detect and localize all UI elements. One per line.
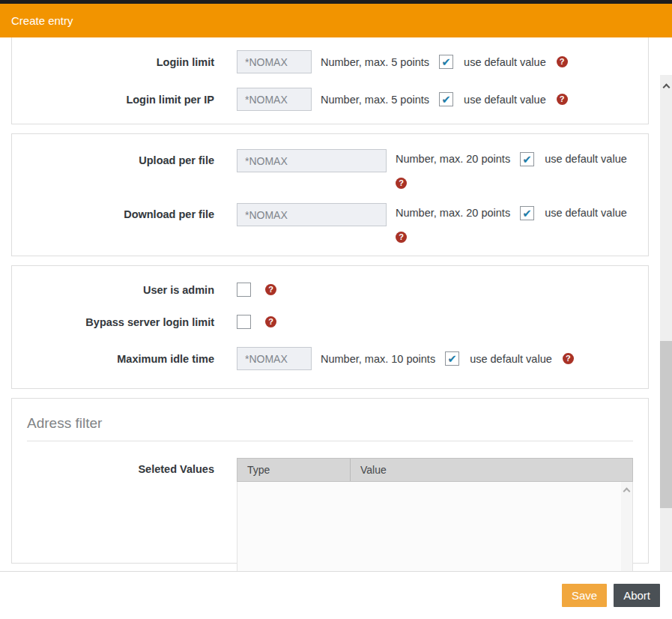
- help-icon[interactable]: ?: [557, 56, 568, 67]
- checkbox-label: use default value: [545, 207, 627, 219]
- abort-button[interactable]: Abort: [614, 584, 660, 607]
- use-default-checkbox[interactable]: ✔: [439, 92, 453, 106]
- field-controls: Number, max. 20 points ✔ use default val…: [387, 149, 627, 189]
- help-icon[interactable]: ?: [265, 316, 276, 327]
- use-default-checkbox[interactable]: ✔: [439, 55, 453, 69]
- form-row-login-limit-per-ip: Login limit per IP Number, max. 5 points…: [12, 88, 648, 111]
- scrollbar-thumb[interactable]: [660, 341, 672, 508]
- help-icon[interactable]: ?: [265, 284, 276, 295]
- modal-scrollbar[interactable]: [660, 75, 672, 571]
- form-row-bypass-login-limit: Bypass server login limit ✔ ?: [12, 315, 648, 329]
- field-description: Number, max. 20 points: [396, 207, 510, 219]
- field-description: Number, max. 5 points: [321, 56, 429, 68]
- form-row-download-per-file: Download per file Number, max. 20 points…: [12, 203, 648, 243]
- selected-values-table: Type Value: [237, 458, 633, 571]
- column-header-type: Type: [237, 459, 351, 481]
- form-row-login-limit: Logiin limit Number, max. 5 points ✔ use…: [12, 50, 648, 73]
- help-icon[interactable]: ?: [557, 94, 568, 105]
- modal-content: Logiin limit Number, max. 5 points ✔ use…: [0, 37, 672, 571]
- panel-admin-settings: User is admin ✔ ? Bypass server login li…: [11, 265, 649, 389]
- column-header-value: Value: [351, 459, 632, 481]
- checkmark-icon: ✔: [441, 56, 451, 67]
- field-description: Number, max. 20 points: [396, 153, 510, 165]
- checkmark-icon: ✔: [522, 208, 532, 219]
- form-row-maximum-idle-time: Maximum idle time Number, max. 10 points…: [12, 347, 648, 370]
- field-label: Logiin limit: [12, 56, 237, 68]
- help-icon[interactable]: ?: [396, 178, 407, 189]
- table-header-row: Type Value: [237, 458, 633, 482]
- form-row-upload-per-file: Upload per file Number, max. 20 points ✔…: [12, 149, 648, 189]
- modal-title: Create entry: [11, 14, 73, 27]
- checkbox-label: use default value: [464, 94, 546, 106]
- upload-per-file-input[interactable]: [237, 149, 387, 172]
- scroll-up-button[interactable]: [660, 81, 672, 93]
- use-default-checkbox[interactable]: ✔: [520, 152, 534, 166]
- field-label: Login limit per IP: [12, 94, 237, 106]
- help-icon[interactable]: ?: [396, 232, 407, 243]
- field-description: Number, max. 10 points: [321, 353, 435, 365]
- checkmark-icon: ✔: [441, 94, 451, 105]
- modal-header: Create entry: [0, 4, 672, 37]
- field-label: Bypass server login limit: [12, 316, 237, 328]
- section-heading: Adress filter: [27, 415, 648, 432]
- checkbox-label: use default value: [545, 153, 627, 165]
- field-label: Maximum idle time: [12, 353, 237, 365]
- help-icon[interactable]: ?: [563, 353, 574, 364]
- login-limit-input[interactable]: [237, 50, 312, 73]
- panel-transfer-limits: Upload per file Number, max. 20 points ✔…: [11, 133, 649, 256]
- user-is-admin-checkbox[interactable]: ✔: [237, 283, 251, 297]
- chevron-up-icon: [623, 488, 631, 495]
- panel-login-limits: Logiin limit Number, max. 5 points ✔ use…: [11, 37, 649, 124]
- modal-footer: Save Abort: [0, 571, 672, 619]
- bypass-login-limit-checkbox[interactable]: ✔: [237, 315, 251, 329]
- checkmark-icon: ✔: [447, 353, 457, 364]
- field-label: Download per file: [12, 203, 237, 220]
- checkbox-label: use default value: [464, 56, 546, 68]
- login-limit-per-ip-input[interactable]: [237, 88, 312, 111]
- heading-divider: [27, 441, 633, 441]
- table-body-listbox[interactable]: [237, 482, 633, 571]
- field-label: Upload per file: [12, 149, 237, 166]
- form-row-selected-values: Seleted Values Type Value: [12, 458, 648, 571]
- field-label: User is admin: [12, 284, 237, 296]
- chevron-up-icon: [662, 83, 670, 91]
- field-controls: Number, max. 20 points ✔ use default val…: [387, 203, 627, 243]
- checkbox-label: use default value: [470, 353, 552, 365]
- download-per-file-input[interactable]: [237, 203, 387, 226]
- form-row-user-is-admin: User is admin ✔ ?: [12, 283, 648, 297]
- panel-address-filter: Adress filter Seleted Values Type Value: [11, 398, 649, 564]
- maximum-idle-time-input[interactable]: [237, 347, 312, 370]
- use-default-checkbox[interactable]: ✔: [520, 206, 534, 220]
- table-scrollbar[interactable]: [621, 482, 632, 571]
- use-default-checkbox[interactable]: ✔: [445, 351, 459, 366]
- field-label: Seleted Values: [12, 458, 237, 475]
- checkmark-icon: ✔: [522, 154, 532, 165]
- save-button[interactable]: Save: [562, 584, 607, 607]
- field-description: Number, max. 5 points: [321, 94, 429, 106]
